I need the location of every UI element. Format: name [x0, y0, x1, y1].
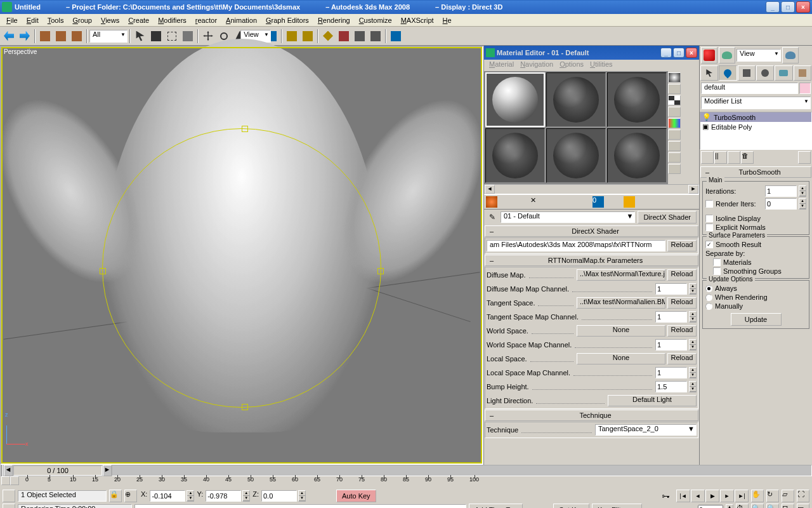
assign-to-sel-icon[interactable]	[516, 196, 529, 208]
move-icon[interactable]	[200, 29, 216, 44]
bind-icon[interactable]	[69, 29, 84, 44]
menu-customize[interactable]: Customize	[355, 15, 396, 25]
spinner-snap-icon[interactable]	[368, 29, 383, 44]
mateditor-maximize[interactable]: □	[673, 48, 684, 58]
menu-animation[interactable]: Animation	[222, 15, 261, 25]
backlight-icon[interactable]	[668, 84, 681, 94]
menu-file[interactable]: File	[3, 15, 22, 25]
renderiters-spinner[interactable]	[765, 198, 797, 210]
manipulate-icon[interactable]	[284, 29, 299, 44]
vp-region-icon[interactable]: ▭	[797, 504, 809, 508]
minimize-button[interactable]: _	[766, 1, 780, 13]
fx-path-field[interactable]: am Files\Autodesk\3ds Max 2008\maps\fx\R…	[487, 240, 665, 251]
material-type-button[interactable]: DirectX Shader	[638, 211, 697, 224]
select-by-mat-icon[interactable]	[668, 152, 681, 163]
modifier-stack[interactable]: 💡TurboSmooth ▣Editable Poly	[700, 112, 812, 150]
menu-edit[interactable]: Edit	[23, 15, 43, 25]
slot-hscroll[interactable]: ◄►	[484, 184, 699, 194]
matmenu-utilities[interactable]: Utilities	[587, 60, 615, 71]
maxscript-icon[interactable]	[3, 490, 15, 502]
autokey-button[interactable]: Auto Key	[336, 490, 376, 502]
menu-he[interactable]: He	[439, 15, 455, 25]
put-to-scene-icon[interactable]	[499, 196, 511, 208]
material-slot-1[interactable]	[485, 72, 545, 127]
rotation-gizmo[interactable]	[102, 128, 381, 408]
current-frame-field[interactable]	[698, 505, 723, 508]
param-reload-2[interactable]: Reload	[667, 297, 697, 309]
time-counter[interactable]: 0 / 100	[13, 465, 102, 476]
stack-editable-poly[interactable]: ▣Editable Poly	[700, 122, 811, 131]
param-reload-6[interactable]: Reload	[667, 353, 697, 364]
cmd-view-dropdown[interactable]: View	[737, 49, 781, 62]
transform-z-field[interactable]	[261, 490, 297, 502]
get-material-icon[interactable]	[485, 196, 498, 208]
param-btn-6[interactable]: None	[577, 353, 665, 364]
unlink-icon[interactable]	[53, 29, 69, 44]
time-next-icon[interactable]: ►	[103, 465, 112, 476]
vp-zoomext-icon[interactable]: ⊡	[782, 504, 794, 508]
setkey-button[interactable]: Set Key	[553, 504, 589, 508]
goto-end-icon[interactable]: ►|	[735, 490, 749, 502]
technique-dropdown[interactable]: TangentSpace_2_0▼	[595, 424, 697, 436]
menu-reactor[interactable]: reactor	[192, 15, 221, 25]
menu-graph editors[interactable]: Graph Editors	[262, 15, 313, 25]
update-button[interactable]: Update	[731, 313, 782, 326]
menu-tools[interactable]: Tools	[44, 15, 68, 25]
undo-icon[interactable]	[1, 29, 16, 44]
add-time-tag-button[interactable]: Add Time Tag	[469, 504, 523, 508]
pick-material-icon[interactable]: ✎	[487, 211, 498, 223]
go-parent-icon[interactable]	[641, 196, 653, 208]
stack-turbosmooth[interactable]: 💡TurboSmooth	[700, 112, 811, 122]
goto-start-icon[interactable]: |◄	[676, 490, 690, 502]
make-copy-icon[interactable]	[547, 196, 560, 208]
menu-rendering[interactable]: Rendering	[314, 15, 354, 25]
play-icon[interactable]: ▶	[705, 490, 719, 502]
trackbar-filter-icon[interactable]	[10, 476, 19, 485]
material-slot-5[interactable]	[546, 128, 606, 183]
material-name-field[interactable]: 01 - Default▼	[501, 211, 635, 223]
iterations-spin-buttons[interactable]: ▲▼	[799, 185, 806, 197]
vp-zoomall-icon[interactable]: 🔍	[766, 504, 779, 508]
menu-views[interactable]: Views	[97, 15, 123, 25]
cmd-teapot2-icon[interactable]	[782, 47, 799, 64]
sep-smoothgroups-checkbox[interactable]	[713, 267, 721, 275]
menu-create[interactable]: Create	[124, 15, 153, 25]
time-prev-icon[interactable]: ◄	[4, 465, 13, 476]
make-unique-icon[interactable]	[561, 196, 573, 208]
renderiters-checkbox[interactable]	[705, 200, 713, 208]
select-region-icon[interactable]	[164, 29, 180, 44]
vp-max-icon[interactable]: ⛶	[797, 490, 809, 502]
param-spin-7[interactable]	[655, 367, 687, 378]
cmd-teapot-icon[interactable]	[719, 47, 735, 64]
next-frame-icon[interactable]: ►	[720, 490, 734, 502]
put-to-lib-icon[interactable]	[579, 196, 591, 208]
abs-rel-icon[interactable]: ⊕	[124, 490, 137, 502]
rollout-directx-shader[interactable]: –DirectX Shader	[485, 225, 698, 237]
tab-modify[interactable]	[719, 65, 737, 81]
param-reload-0[interactable]: Reload	[667, 269, 697, 281]
param-btn-4[interactable]: None	[577, 325, 665, 337]
show-end-result-icon[interactable]: ||	[714, 151, 727, 164]
close-button[interactable]: ×	[796, 1, 810, 13]
lock-selection-icon[interactable]: 🔒	[109, 490, 122, 502]
matmenu-options[interactable]: Options	[557, 60, 586, 71]
tab-utilities[interactable]	[794, 65, 811, 81]
explicit-normals-checkbox[interactable]	[705, 224, 713, 231]
rollout-technique[interactable]: –Technique	[485, 410, 698, 421]
param-spin-3[interactable]	[655, 311, 687, 323]
smooth-result-checkbox[interactable]: ✓	[705, 241, 713, 248]
percent-snap-icon[interactable]	[352, 29, 367, 44]
mateditor-close[interactable]: ×	[686, 48, 697, 58]
keymode-icon[interactable]	[300, 29, 315, 44]
param-reload-4[interactable]: Reload	[667, 325, 697, 337]
snap-icon[interactable]	[320, 29, 336, 44]
sample-type-icon[interactable]	[668, 72, 681, 83]
background-icon[interactable]	[668, 95, 681, 105]
modifier-list-dropdown[interactable]: Modifier List	[701, 97, 811, 109]
param-btn-0[interactable]: ..\Max test\Normal\Texture.jpg	[577, 269, 665, 281]
options-icon[interactable]	[668, 141, 681, 151]
iterations-spinner[interactable]	[765, 185, 797, 197]
link-icon[interactable]	[37, 29, 53, 44]
material-slot-6[interactable]	[607, 128, 667, 183]
listener-icon[interactable]	[3, 504, 15, 508]
